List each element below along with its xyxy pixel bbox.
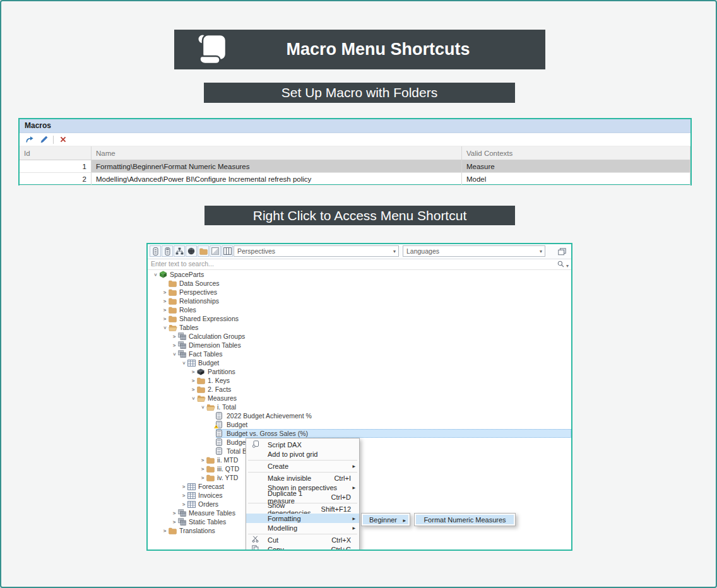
tree-expander-icon[interactable]: > <box>180 502 187 507</box>
tree-item-relationships[interactable]: >Relationships <box>148 297 571 305</box>
macro-cell-ctx[interactable]: Measure <box>462 160 690 173</box>
tree-item-label: Budget <box>225 438 247 446</box>
tree-expander-icon[interactable]: > <box>161 528 169 534</box>
tree-item-budget-vs-gross-sales[interactable]: >Budget vs. Gross Sales (%) <box>148 429 571 438</box>
menu-item-show-dependencies[interactable]: Show dependenciesShift+F12 <box>246 504 359 514</box>
tree-expander-icon[interactable]: > <box>161 290 169 295</box>
tree-expander-icon[interactable]: > <box>181 359 187 367</box>
tree-item-roles[interactable]: >Roles <box>148 305 571 314</box>
tree-item-label: 2022 Budget Achievement % <box>225 412 312 420</box>
tree-item-calculation-groups[interactable]: >Calculation Groups <box>148 332 571 341</box>
perspectives-dropdown[interactable]: Perspectives ▾ <box>234 245 399 257</box>
toolbar-button-column-toggle[interactable] <box>162 245 173 257</box>
tree-item-shared-expressions[interactable]: >Shared Expressions <box>148 314 571 323</box>
partitions-icon <box>197 368 204 375</box>
tree-expander-icon[interactable]: > <box>199 475 206 481</box>
tree-expander-icon[interactable]: > <box>170 343 178 348</box>
measure-toggle-icon <box>152 247 159 256</box>
tree-expander-icon[interactable]: > <box>199 457 206 463</box>
tree-item-spaceparts[interactable]: >SpaceParts <box>148 270 571 279</box>
tree-expander-icon[interactable]: > <box>153 271 158 278</box>
submenu-format-numeric-measures[interactable]: Format Numeric Measures <box>414 513 516 526</box>
macro-row-2[interactable]: 2Modelling\Advanced\Power BI\Configure I… <box>20 173 690 185</box>
context-menu: Script DAXAdd to pivot gridCreate▶Make i… <box>246 438 360 551</box>
toolbar-divider <box>53 136 54 144</box>
tree-item-fact-tables[interactable]: >Fact Tables <box>148 350 571 358</box>
table-icon <box>187 501 196 508</box>
toolbar-button-hierarchy[interactable] <box>174 245 185 257</box>
tree-expander-icon[interactable]: > <box>161 298 169 304</box>
menu-item-duplicate-1-measure[interactable]: Duplicate 1 measureCtrl+D <box>246 492 359 502</box>
macro-row-1[interactable]: 1Formatting\Beginner\Format Numeric Meas… <box>20 160 690 173</box>
menu-item-modelling[interactable]: Modelling▶ <box>246 523 359 532</box>
menu-item-copy[interactable]: CopyCtrl+C <box>246 544 359 551</box>
menu-item-cut[interactable]: CutCtrl+X <box>246 535 359 544</box>
tree-expander-icon[interactable]: > <box>170 334 178 339</box>
macro-cell-ctx[interactable]: Model <box>462 173 690 185</box>
edit-macro-icon[interactable] <box>40 136 48 143</box>
delete-macro-icon[interactable] <box>60 136 66 143</box>
tree-expander-icon[interactable]: > <box>172 350 177 358</box>
macro-cell-name[interactable]: Formatting\Beginner\Format Numeric Measu… <box>92 160 462 173</box>
menu-item-label: Make invisible <box>268 474 311 482</box>
tree-item-2022-budget-achievement[interactable]: >2022 Budget Achievement % <box>148 411 571 420</box>
toolbar-button-measure-toggle[interactable] <box>150 245 161 257</box>
properties-window-icon[interactable] <box>557 246 567 257</box>
tree-expander-icon[interactable]: > <box>161 307 169 313</box>
tree-item-budget[interactable]: >Budget <box>148 420 571 429</box>
tree-expander-icon[interactable]: > <box>199 466 206 472</box>
tree-expander-icon[interactable]: > <box>189 369 197 375</box>
macro-cell-id[interactable]: 1 <box>20 160 92 173</box>
tree-expander-icon[interactable]: > <box>162 324 168 331</box>
toolbar-button-partition-sphere[interactable] <box>186 245 197 257</box>
toolbar-button-folder-toggle[interactable] <box>198 245 209 257</box>
languages-dropdown[interactable]: Languages ▾ <box>403 245 545 257</box>
column-header-name[interactable]: Name <box>92 146 462 160</box>
macro-cell-name[interactable]: Modelling\Advanced\Power BI\Configure In… <box>92 173 462 185</box>
chevron-down-icon[interactable]: ▾ <box>393 247 396 257</box>
partition-sphere-icon <box>187 247 195 255</box>
tree-item-label: Dimension Tables <box>187 341 241 349</box>
menu-item-add-to-pivot-grid[interactable]: Add to pivot grid <box>246 449 359 459</box>
tree-item-i-total[interactable]: >i. Total <box>148 403 571 411</box>
tree-expander-icon[interactable]: > <box>170 519 178 525</box>
tree-expander-icon[interactable]: > <box>180 484 187 490</box>
submenu-beginner[interactable]: Beginner ▶ <box>361 513 410 526</box>
tree-item-label: Static Tables <box>187 518 226 526</box>
menu-item-make-invisible[interactable]: Make invisibleCtrl+I <box>246 473 359 483</box>
tree-item-data-sources[interactable]: >Data Sources <box>148 279 571 288</box>
submenu-arrow-icon: ▶ <box>403 518 406 522</box>
toolbar-button-display-folder[interactable] <box>210 245 221 257</box>
tree-expander-icon[interactable]: > <box>200 403 206 411</box>
search-input[interactable]: Enter text to search... ▾ <box>148 259 571 270</box>
menu-item-create[interactable]: Create▶ <box>246 461 359 471</box>
column-header-valid-contexts[interactable]: Valid Contexts <box>462 146 690 160</box>
chevron-down-icon[interactable]: ▾ <box>540 247 542 257</box>
menu-item-formatting[interactable]: Formatting▶ <box>246 514 359 523</box>
submenu-item-beginner[interactable]: Beginner ▶ <box>363 515 408 524</box>
toolbar-button-table-columns[interactable] <box>222 245 233 257</box>
tree-item-measures[interactable]: >Measures <box>148 394 571 403</box>
tree-expander-icon[interactable]: > <box>189 387 197 392</box>
folder-icon <box>197 386 205 393</box>
tree-item-partitions[interactable]: >Partitions <box>148 367 571 376</box>
tree-expander-icon[interactable]: > <box>170 510 178 516</box>
menu-item-label: Create <box>268 462 288 470</box>
tree-item-budget[interactable]: >Budget <box>148 358 571 367</box>
tree-expander-icon[interactable]: > <box>161 316 169 322</box>
tree-item-2-facts[interactable]: >2. Facts <box>148 385 571 394</box>
tree-item-perspectives[interactable]: >Perspectives <box>148 288 571 297</box>
submenu-arrow-icon: ▶ <box>352 485 355 490</box>
tree-expander-icon[interactable]: > <box>189 378 197 384</box>
tree-item-dimension-tables[interactable]: >Dimension Tables <box>148 341 571 350</box>
submenu-item-format-numeric-measures[interactable]: Format Numeric Measures <box>416 515 514 524</box>
run-macro-icon[interactable] <box>25 136 34 143</box>
menu-item-label: Copy <box>268 546 284 551</box>
tree-item-tables[interactable]: >Tables <box>148 323 571 332</box>
macro-cell-id[interactable]: 2 <box>20 173 92 185</box>
column-header-id[interactable]: Id <box>20 146 92 160</box>
tree-expander-icon[interactable]: > <box>191 394 196 402</box>
menu-item-script-dax[interactable]: Script DAX <box>246 440 359 449</box>
tree-item-1-keys[interactable]: >1. Keys <box>148 376 571 385</box>
tree-expander-icon[interactable]: > <box>180 493 187 498</box>
